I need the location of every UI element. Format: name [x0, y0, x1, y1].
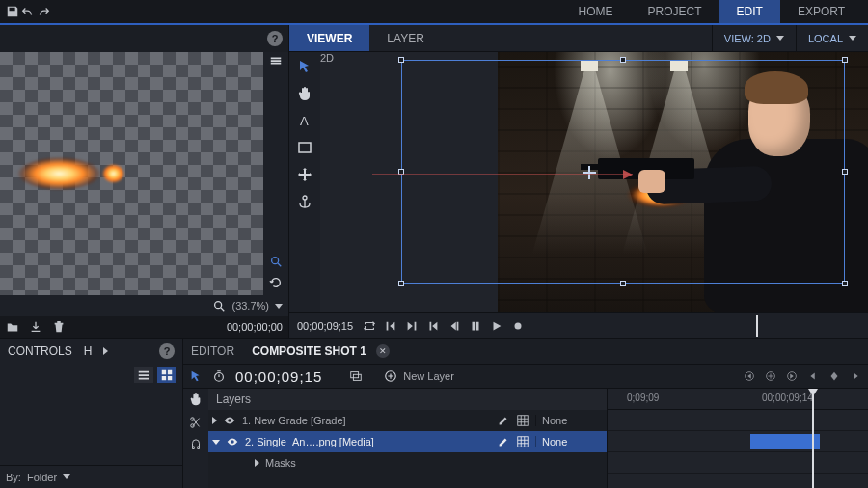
layer-1-blend[interactable]: None	[535, 415, 603, 426]
edit-icon[interactable]	[497, 414, 510, 427]
preview-time-row: 00;00;00;00	[0, 316, 288, 338]
kf-add-icon[interactable]	[764, 369, 777, 383]
list-view-icon[interactable]	[134, 367, 153, 383]
text-tool-icon[interactable]: A	[296, 112, 313, 129]
undo-icon[interactable]	[21, 5, 35, 18]
visibility-icon[interactable]	[226, 435, 239, 448]
record-icon[interactable]	[511, 319, 525, 333]
expand-icon[interactable]	[212, 417, 217, 424]
playhead-mini[interactable]	[756, 315, 758, 337]
layer-row-2[interactable]: 2. Single_An….png [Media] None	[208, 431, 607, 452]
sort-az-icon[interactable]	[163, 471, 176, 484]
refresh-icon[interactable]	[269, 276, 283, 289]
select-tool-icon[interactable]	[189, 369, 203, 383]
stopwatch-icon[interactable]	[212, 369, 226, 383]
play-icon[interactable]	[490, 319, 503, 333]
viewer-tools: A	[289, 52, 320, 312]
viewer-panel: VIEWER LAYER VIEW: 2D LOCAL A 2D	[289, 25, 868, 338]
kf-prev-icon[interactable]	[743, 369, 756, 383]
zoom-value: (33.7%)	[231, 300, 269, 312]
move-tool-icon[interactable]	[296, 166, 313, 183]
tab-composite-shot[interactable]: COMPOSITE SHOT 1	[252, 344, 366, 358]
layer-2-blend[interactable]: None	[535, 436, 603, 447]
prev-keyframe-icon[interactable]	[426, 319, 440, 333]
kf-next-icon[interactable]	[785, 369, 799, 383]
tab-overflow-icon[interactable]	[103, 347, 108, 355]
svg-text:A: A	[300, 114, 309, 128]
viewer-2d-badge[interactable]: 2D	[320, 52, 334, 312]
preview-canvas[interactable]	[0, 52, 263, 295]
timeline[interactable]: 0;09;09 00;00;09;14	[608, 389, 868, 488]
new-folder-icon[interactable]	[6, 320, 19, 334]
sort-by-value[interactable]: Folder	[27, 472, 57, 483]
tab-controls[interactable]: CONTROLS	[8, 344, 72, 358]
track-2[interactable]	[608, 431, 868, 452]
track-1[interactable]	[608, 410, 868, 431]
snap-tool-icon[interactable]	[189, 439, 203, 452]
magnifier-icon[interactable]	[212, 299, 226, 312]
svg-point-6	[303, 196, 307, 200]
help-icon[interactable]: ?	[159, 343, 175, 359]
new-layer-button[interactable]: New Layer	[384, 369, 454, 383]
layer-row-1[interactable]: 1. New Grade [Grade] None	[208, 410, 607, 431]
step-back-icon[interactable]	[448, 319, 461, 333]
save-icon[interactable]	[6, 5, 19, 18]
playbar: 00;00;09;15	[289, 312, 868, 338]
diamond-prev-icon[interactable]	[806, 369, 820, 383]
nav-export[interactable]: EXPORT	[780, 0, 862, 23]
import-icon[interactable]	[29, 320, 42, 334]
grid-view-icon[interactable]	[157, 367, 176, 383]
chevron-down-icon[interactable]	[63, 474, 70, 479]
expand-icon[interactable]	[212, 440, 220, 445]
fx-icon[interactable]	[516, 435, 529, 448]
anchor-crosshair[interactable]	[583, 166, 596, 179]
in-point-icon[interactable]	[384, 319, 397, 333]
space-select[interactable]: LOCAL	[796, 25, 868, 51]
out-point-icon[interactable]	[405, 319, 419, 333]
timeline-header: 00;00;09;15 New Layer	[183, 364, 868, 389]
composite-icon[interactable]	[349, 369, 363, 383]
masks-row[interactable]: Masks	[208, 452, 607, 474]
timeline-ruler[interactable]: 0;09;09 00;00;09;14	[608, 389, 868, 410]
tab-layer[interactable]: LAYER	[369, 25, 441, 51]
track-masks[interactable]	[608, 452, 868, 474]
layer-2-label: 2. Single_An….png [Media]	[245, 436, 491, 447]
view-mode-select[interactable]: VIEW: 2D	[712, 25, 796, 51]
viewer-canvas[interactable]	[334, 52, 868, 312]
redo-icon[interactable]	[37, 5, 50, 18]
edit-icon[interactable]	[497, 435, 510, 448]
expand-icon[interactable]	[255, 459, 259, 467]
layers-header: Layers	[208, 389, 607, 410]
tab-history[interactable]: H	[84, 344, 93, 358]
visibility-icon[interactable]	[223, 414, 236, 427]
viewer-tabs: VIEWER LAYER VIEW: 2D LOCAL	[289, 25, 868, 52]
playbar-track[interactable]	[534, 313, 860, 339]
tab-viewer[interactable]: VIEWER	[289, 25, 369, 51]
svg-line-3	[221, 308, 225, 312]
hand-tool-icon[interactable]	[296, 85, 313, 102]
close-tab-icon[interactable]: ✕	[376, 344, 390, 358]
help-icon[interactable]: ?	[267, 31, 283, 46]
zoom-dropdown-icon[interactable]	[275, 304, 283, 309]
anchor-tool-icon[interactable]	[296, 193, 313, 210]
controls-panel: CONTROLS H ? By: Folder	[0, 339, 183, 488]
slice-tool-icon[interactable]	[189, 416, 203, 429]
hand-tool-icon[interactable]	[189, 393, 203, 406]
nav-project[interactable]: PROJECT	[631, 0, 719, 23]
media-clip[interactable]	[750, 434, 820, 449]
nav-home[interactable]: HOME	[561, 0, 631, 23]
nav-edit[interactable]: EDIT	[719, 0, 780, 23]
loop-icon[interactable]	[363, 319, 376, 333]
select-tool-icon[interactable]	[296, 58, 313, 75]
fx-icon[interactable]	[516, 414, 529, 427]
shape-tool-icon[interactable]	[296, 139, 313, 156]
trash-icon[interactable]	[52, 320, 66, 334]
pause-icon[interactable]	[469, 319, 482, 333]
search-toggle-icon[interactable]	[269, 255, 283, 268]
layers-view-icon[interactable]	[269, 54, 283, 68]
diamond-next-icon[interactable]	[849, 369, 862, 383]
tab-editor[interactable]: EDITOR	[191, 344, 234, 358]
timeline-timecode[interactable]: 00;00;09;15	[235, 368, 322, 385]
diamond-icon[interactable]	[827, 369, 841, 383]
playhead[interactable]	[812, 389, 814, 488]
